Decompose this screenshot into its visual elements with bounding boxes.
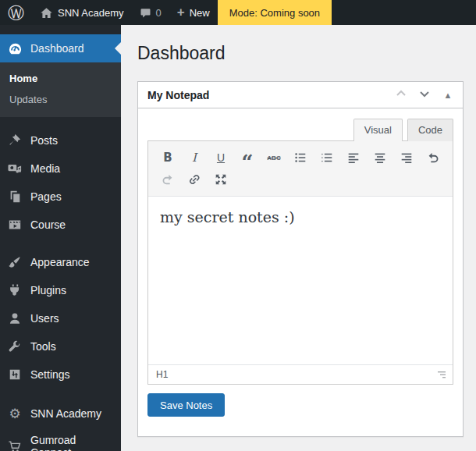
sidebar-item-dashboard[interactable]: Dashboard [0, 34, 121, 62]
dashboard-gauge-icon [7, 41, 23, 56]
menu-separator [0, 117, 121, 126]
sidebar-item-label: Media [30, 162, 60, 175]
notepad-editor-area[interactable]: my secret notes :) [148, 196, 453, 364]
sidebar-item-snn-academy[interactable]: ⚙ SNN Academy [0, 400, 121, 428]
triangle-up-icon: ▲ [444, 91, 453, 100]
site-name-label: SNN Academy [58, 7, 124, 19]
align-right-icon [400, 151, 414, 165]
numbered-list-icon [320, 151, 334, 165]
chevron-up-icon [395, 87, 407, 102]
wordpress-logo-menu[interactable]: Ⓦ [0, 0, 32, 25]
video-icon [7, 217, 23, 233]
wordpress-logo-icon: Ⓦ [8, 5, 24, 21]
menu-separator [0, 239, 121, 248]
sidebar-item-label: SNN Academy [30, 407, 101, 420]
align-left-button[interactable] [342, 147, 365, 168]
comments-link[interactable]: 0 [132, 0, 169, 25]
redo-button[interactable] [156, 169, 179, 190]
comments-count: 0 [156, 7, 162, 19]
main-content: Dashboard My Notepad [121, 25, 476, 451]
new-content-link[interactable]: + New [169, 0, 218, 25]
submenu-item-updates[interactable]: Updates [0, 89, 121, 110]
align-left-icon [346, 151, 361, 165]
submit-row: Save Notes [147, 393, 453, 427]
sidebar-item-course[interactable]: Course [0, 211, 121, 239]
sidebar-item-posts[interactable]: Posts [0, 126, 121, 154]
cart-icon [7, 439, 23, 451]
tab-visual[interactable]: Visual [353, 119, 403, 141]
sidebar-item-users[interactable]: Users [0, 304, 121, 332]
sidebar-item-appearance[interactable]: Appearance [0, 248, 121, 276]
sidebar-item-tools[interactable]: Tools [0, 332, 121, 360]
sidebar-item-label: Appearance [30, 256, 90, 268]
editor-container: B I U “ ABC [147, 140, 453, 385]
gear-icon: ⚙ [7, 406, 23, 421]
admin-bar: Ⓦ SNN Academy 0 + New Mode: Coming soon [0, 0, 476, 25]
underline-button[interactable]: U [209, 147, 233, 168]
strikethrough-button[interactable]: ABC [262, 147, 286, 168]
sidebar-item-label: Gumroad Connect [30, 434, 115, 451]
redo-arrow-icon [161, 172, 175, 186]
sidebar-item-label: Users [30, 312, 59, 325]
notepad-text: my secret notes :) [160, 208, 441, 226]
sidebar-item-media[interactable]: Media [0, 154, 121, 183]
blockquote-button[interactable]: “ [236, 147, 259, 168]
new-label: New [190, 7, 210, 19]
save-notes-button[interactable]: Save Notes [147, 393, 225, 417]
sidebar-item-gumroad-connect[interactable]: Gumroad Connect [0, 428, 121, 451]
settings-sliders-icon [7, 367, 23, 382]
mode-coming-soon-badge[interactable]: Mode: Coming soon [218, 0, 332, 25]
resize-grip-icon[interactable] [436, 371, 446, 379]
editor-tabs: Visual Code [147, 118, 453, 140]
comment-bubble-icon [140, 7, 151, 19]
sidebar-item-pages[interactable]: Pages [0, 183, 121, 211]
home-icon [40, 6, 53, 20]
italic-button[interactable]: I [183, 147, 206, 168]
sidebar-item-label: Settings [30, 368, 70, 381]
link-chain-icon [187, 172, 201, 186]
align-center-button[interactable] [368, 147, 392, 168]
chevron-down-icon [418, 87, 431, 102]
align-center-icon [373, 151, 387, 165]
paintbrush-icon [7, 254, 23, 270]
site-name-link[interactable]: SNN Academy [32, 0, 132, 25]
pushpin-icon [7, 133, 23, 148]
pages-icon [7, 189, 23, 204]
submenu-item-home[interactable]: Home [0, 68, 121, 89]
media-camera-icon [7, 161, 23, 176]
sidebar-item-plugins[interactable]: Plugins [0, 276, 121, 304]
link-button[interactable] [183, 169, 206, 190]
my-notepad-widget: My Notepad ▲ [137, 81, 464, 437]
editor-toolbar: B I U “ ABC [148, 141, 453, 196]
bullet-list-icon [293, 151, 307, 165]
admin-sidebar: Dashboard Home Updates Posts Media Pages [0, 25, 121, 451]
sidebar-item-label: Dashboard [30, 42, 84, 55]
undo-button[interactable] [421, 147, 445, 168]
widget-title: My Notepad [147, 89, 209, 101]
widget-handle-actions: ▲ [389, 83, 460, 107]
numbered-list-button[interactable] [315, 147, 339, 168]
undo-arrow-icon [426, 151, 440, 165]
menu-separator [0, 389, 121, 400]
sidebar-item-label: Course [30, 218, 66, 231]
plus-icon: + [177, 5, 185, 19]
align-right-button[interactable] [395, 147, 418, 168]
move-down-button[interactable] [413, 83, 436, 107]
user-icon [7, 311, 23, 326]
fullscreen-icon [214, 172, 228, 186]
tab-code[interactable]: Code [407, 119, 453, 141]
sidebar-item-label: Tools [30, 340, 56, 353]
sidebar-item-label: Plugins [30, 284, 66, 297]
widget-header: My Notepad ▲ [138, 82, 463, 108]
move-up-button[interactable] [389, 83, 413, 107]
bullet-list-button[interactable] [289, 147, 312, 168]
collapse-toggle-button[interactable]: ▲ [436, 83, 460, 107]
sidebar-item-settings[interactable]: Settings [0, 360, 121, 389]
page-title: Dashboard [137, 43, 464, 64]
fullscreen-button[interactable] [209, 169, 233, 190]
sidebar-item-label: Pages [30, 190, 62, 203]
dashboard-submenu: Home Updates [0, 62, 121, 117]
mode-badge-label: Mode: Coming soon [229, 7, 320, 19]
bold-button[interactable]: B [156, 147, 179, 168]
editor-statusbar: H1 [148, 364, 453, 384]
